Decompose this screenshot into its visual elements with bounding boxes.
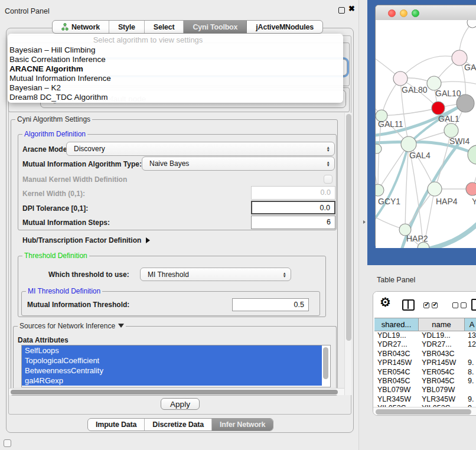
select-all-checkbox-icon2 [432, 302, 438, 308]
close-traffic-light[interactable] [388, 9, 396, 17]
network-window-titlebar[interactable] [376, 5, 476, 21]
network-node-swi4[interactable] [444, 123, 458, 138]
collapsed-panel-icon[interactable] [4, 439, 11, 447]
node-label-gal4: GAL4 [409, 151, 431, 160]
hub-factor-disclosure[interactable]: Hub/Transcription Factor Definition [22, 236, 150, 244]
table-row[interactable]: YER054CYER054C8. [374, 368, 476, 377]
mi-threshold-field[interactable]: 0.5 [232, 298, 309, 311]
table-row[interactable]: YBR043CYBR043C [374, 350, 476, 358]
algorithm-option[interactable]: Bayesian – Hill Climbing [8, 45, 343, 55]
settings-horizontal-scrollbar[interactable] [9, 388, 344, 395]
sources-title[interactable]: Sources for Network Inference [18, 322, 126, 330]
algorithm-popup-list: Bayesian – Hill ClimbingBasic Correlatio… [8, 45, 343, 102]
bottom-tab-infer-network[interactable]: Infer Network [212, 419, 273, 431]
data-attributes-list[interactable]: SelfLoopsTopologicalCoefficientBetweenne… [21, 345, 331, 387]
tab-jactivemnodules[interactable]: jActiveMNodules [247, 21, 322, 33]
network-node-gal80[interactable] [393, 71, 407, 86]
network-node-y[interactable] [466, 182, 476, 195]
tab-style[interactable]: Style [109, 21, 145, 33]
select-all-checkbox-icon[interactable] [423, 302, 429, 308]
algorithm-popup: Select algorithm to view settings Bayesi… [8, 34, 343, 103]
data-attribute-item[interactable]: BetweennessCentrality [22, 366, 322, 376]
table-row[interactable]: YDL19...YDL19...13 [374, 331, 476, 340]
manual-kernel-checkbox[interactable] [324, 175, 332, 184]
settings-vertical-scrollbar[interactable] [344, 113, 351, 395]
data-attribute-item[interactable]: TopologicalCoefficient [22, 356, 322, 366]
table-row[interactable]: YBL079WYBL079W [374, 386, 476, 394]
network-node[interactable] [376, 144, 382, 154]
table-toolbar: ⚙ [373, 292, 476, 318]
table-cell: YLR345W [419, 395, 465, 404]
deselect-all-checkbox-icon[interactable] [452, 302, 458, 308]
network-icon [61, 23, 69, 31]
node-label-gal80: GAL80 [402, 85, 428, 94]
network-edge[interactable] [378, 144, 409, 190]
algorithm-option[interactable]: Dream8 DC_TDC Algorithm [8, 93, 343, 102]
minimize-traffic-light[interactable] [400, 9, 407, 17]
network-edge[interactable] [435, 131, 451, 189]
tab-network[interactable]: Network [53, 21, 109, 33]
column-header-name[interactable]: name [419, 318, 465, 331]
table-row[interactable]: YDR27...YDR27...12 [374, 340, 476, 349]
column-header-A[interactable]: A [465, 318, 476, 331]
float-window-icon[interactable] [338, 7, 345, 14]
which-threshold-combo[interactable]: MI Threshold ▲▼ [140, 268, 291, 281]
table-row[interactable]: YBR045CYBR045C9. [374, 377, 476, 386]
table-cell: YDR27... [374, 340, 419, 349]
data-attribute-item[interactable]: SelfLoops [22, 345, 322, 356]
table-cell: YER054C [374, 368, 419, 377]
data-attributes-label: Data Attributes [18, 336, 69, 344]
network-edge-thick[interactable] [376, 144, 409, 224]
list-scrollbar[interactable] [323, 346, 328, 386]
zoom-traffic-light[interactable] [412, 9, 419, 17]
dpi-tolerance-label: DPI Tolerance [0,1]: [22, 204, 88, 213]
stepper-arrows-icon: ▲▼ [327, 157, 330, 170]
close-icon[interactable]: ✖ [348, 4, 355, 13]
node-label-gcy1: GCY1 [378, 197, 400, 206]
node-label-y: Y [472, 197, 476, 206]
network-node-gal1[interactable] [432, 102, 445, 115]
algorithm-option[interactable]: ARACNE Algorithm [8, 64, 343, 74]
column-header-shared[interactable]: shared... [374, 318, 419, 331]
network-edge[interactable] [400, 56, 459, 79]
algorithm-option[interactable]: Basic Correlation Inference [8, 55, 343, 64]
table-cell: YBR043C [419, 350, 465, 358]
algorithm-option[interactable]: Bayesian – K2 [8, 83, 343, 93]
mi-type-combo[interactable]: Naive Bayes ▲▼ [142, 156, 335, 171]
dpi-tolerance-field[interactable]: 0.0 [251, 201, 335, 214]
aracne-mode-combo[interactable]: Discovery ▲▼ [66, 142, 335, 156]
table-horizontal-scrollbar[interactable] [373, 407, 476, 415]
algorithm-option[interactable]: Mutual Information Inference [8, 74, 343, 83]
aracne-mode-value: Discovery [74, 145, 105, 153]
table-cell: YER054C [419, 368, 465, 377]
network-node-gcy1[interactable] [376, 184, 384, 196]
network-node[interactable] [467, 20, 476, 28]
mi-threshold-definition-title: MI Threshold Definition [26, 287, 102, 295]
table-row[interactable]: YPR145WYPR145W9. [374, 358, 476, 367]
table-header: shared...nameA [374, 318, 476, 331]
gear-icon[interactable]: ⚙ [380, 295, 391, 309]
disclosure-right-icon [146, 237, 150, 243]
network-edge[interactable] [405, 189, 435, 230]
columns-icon[interactable] [402, 299, 415, 311]
table-row[interactable]: YLR345WYLR345W9. [374, 395, 476, 404]
tab-cyni-toolbox[interactable]: Cyni Toolbox [184, 21, 247, 33]
kernel-width-field[interactable]: 0.0 [251, 186, 335, 200]
network-edge-thick[interactable] [423, 221, 476, 248]
network-node-hap4[interactable] [428, 182, 442, 196]
network-canvas[interactable]: GAL2GAL80GAL10GAL1GAL11SWI4GAL4GCY1HAP4Y… [376, 20, 476, 248]
bottom-tab-discretize-data[interactable]: Discretize Data [145, 419, 212, 431]
cyni-settings-title: Cyni Algorithm Settings [15, 115, 92, 123]
mi-steps-field[interactable]: 6 [251, 216, 335, 229]
splitter-arrow-icon[interactable] [363, 220, 366, 224]
bottom-tab-impute-data[interactable]: Impute Data [88, 419, 145, 431]
table-cell: YBL079W [419, 386, 465, 394]
network-node[interactable] [468, 145, 476, 164]
network-node-gal4[interactable] [401, 136, 416, 152]
mi-type-value: Naive Bayes [149, 159, 189, 168]
data-attribute-item[interactable]: gal4RGexp [22, 376, 322, 386]
network-edge[interactable] [382, 108, 438, 116]
apply-button[interactable]: Apply [161, 398, 200, 410]
tab-select[interactable]: Select [145, 21, 184, 33]
file-icon[interactable] [471, 299, 476, 311]
